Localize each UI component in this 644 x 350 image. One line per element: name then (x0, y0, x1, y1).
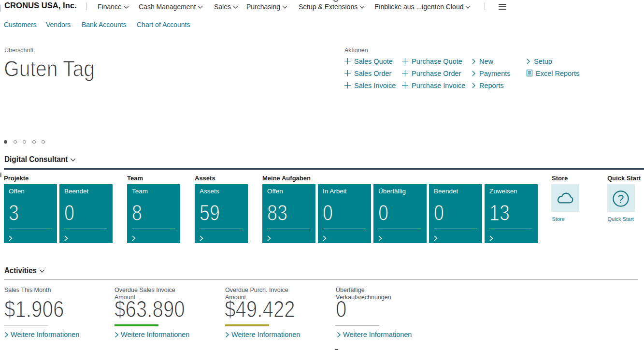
svg-text:?: ? (618, 193, 624, 205)
